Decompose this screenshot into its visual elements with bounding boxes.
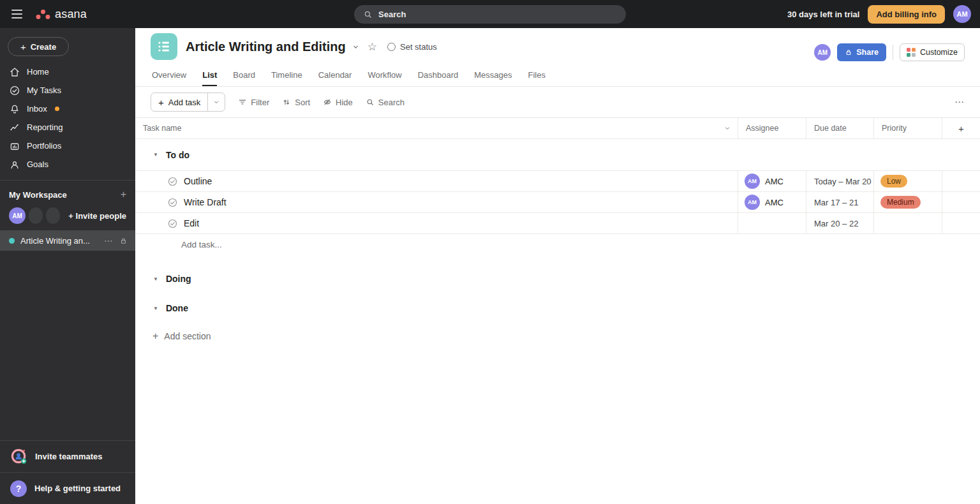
- sort-button[interactable]: Sort: [282, 98, 310, 107]
- column-due-date[interactable]: Due date: [806, 118, 873, 138]
- tab-dashboard[interactable]: Dashboard: [418, 65, 459, 86]
- plus-icon: +: [158, 97, 164, 108]
- add-task-button[interactable]: + Add task: [151, 93, 207, 111]
- column-assignee[interactable]: Assignee: [738, 118, 806, 138]
- task-row-write-draft[interactable]: Write Draft AM AMC Mar 17 – 21 Medium: [135, 192, 980, 213]
- set-status-button[interactable]: Set status: [387, 42, 437, 52]
- task-row-outline[interactable]: Outline AM AMC Today – Mar 20 Low: [135, 171, 980, 192]
- tab-board[interactable]: Board: [233, 65, 255, 86]
- collaborator-avatar[interactable]: AM: [814, 44, 831, 61]
- add-section-button[interactable]: + Add section: [135, 330, 980, 342]
- tab-overview[interactable]: Overview: [152, 65, 186, 86]
- invite-people-link[interactable]: + Invite people: [68, 211, 126, 221]
- person-icon: [9, 159, 20, 170]
- tab-messages[interactable]: Messages: [474, 65, 512, 86]
- sidebar-nav: Home My Tasks Inbox Reporting Portfolios: [0, 63, 135, 174]
- tab-files[interactable]: Files: [528, 65, 546, 86]
- collapse-chevron-icon[interactable]: [724, 124, 731, 132]
- check-circle-icon[interactable]: [167, 218, 178, 229]
- column-priority[interactable]: Priority: [873, 118, 942, 138]
- sidebar-item-label: Portfolios: [27, 141, 61, 151]
- due-date-cell[interactable]: Mar 20 – 22: [806, 213, 873, 233]
- sidebar-toggle-icon[interactable]: [11, 10, 24, 19]
- sidebar-project-article-writing[interactable]: Article Writing an... ⋯: [0, 230, 135, 251]
- sidebar-item-inbox[interactable]: Inbox: [0, 100, 135, 118]
- home-icon: [9, 66, 20, 78]
- list-search-button[interactable]: Search: [366, 98, 405, 107]
- section-collapse-icon[interactable]: ▼: [153, 152, 158, 158]
- priority-cell[interactable]: Medium: [873, 192, 942, 212]
- global-search-input[interactable]: Search: [354, 5, 626, 24]
- sidebar-item-home[interactable]: Home: [0, 63, 135, 81]
- customize-grid-icon: [907, 48, 916, 57]
- header-divider: [893, 45, 893, 60]
- sidebar-item-my-tasks[interactable]: My Tasks: [0, 81, 135, 100]
- task-name[interactable]: Outline: [184, 176, 212, 186]
- check-circle-icon[interactable]: [167, 176, 178, 187]
- invite-teammates-button[interactable]: Invite teammates: [0, 440, 135, 472]
- assignee-cell[interactable]: AM AMC: [738, 192, 806, 212]
- assignee-avatar: AM: [745, 174, 760, 189]
- workspace-header[interactable]: My Workspace +: [0, 181, 135, 203]
- sidebar-item-portfolios[interactable]: Portfolios: [0, 137, 135, 155]
- chevron-down-icon: [212, 98, 220, 106]
- tab-calendar[interactable]: Calendar: [318, 65, 352, 86]
- section-header-doing[interactable]: ▼ Doing: [135, 264, 980, 293]
- due-date-cell[interactable]: Mar 17 – 21: [806, 192, 873, 212]
- customize-button[interactable]: Customize: [900, 43, 965, 61]
- tab-workflow[interactable]: Workflow: [368, 65, 401, 86]
- member-avatar[interactable]: AM: [9, 207, 26, 224]
- assignee-cell[interactable]: AM AMC: [738, 171, 806, 191]
- tab-list[interactable]: List: [202, 65, 217, 86]
- user-avatar[interactable]: AM: [953, 5, 971, 23]
- priority-cell[interactable]: [873, 213, 942, 233]
- help-icon: ?: [10, 480, 27, 497]
- project-icon[interactable]: [151, 33, 177, 60]
- create-button[interactable]: + Create: [8, 37, 69, 56]
- table-header: Task name Assignee Due date Priority +: [135, 118, 980, 139]
- priority-cell[interactable]: Low: [873, 171, 942, 191]
- invite-teammates-label: Invite teammates: [35, 452, 103, 461]
- tab-timeline[interactable]: Timeline: [271, 65, 302, 86]
- assignee-cell[interactable]: [738, 213, 806, 233]
- add-project-icon[interactable]: +: [121, 189, 126, 200]
- member-avatar-placeholder: [29, 207, 43, 224]
- sidebar-item-label: Goals: [27, 159, 48, 169]
- project-more-icon[interactable]: ⋯: [104, 235, 114, 246]
- priority-badge: Low: [880, 175, 907, 188]
- add-column-button[interactable]: +: [942, 118, 980, 138]
- add-task-inline[interactable]: Add task...: [135, 234, 980, 255]
- sidebar-item-goals[interactable]: Goals: [0, 155, 135, 174]
- task-name[interactable]: Edit: [184, 218, 199, 228]
- filter-button[interactable]: Filter: [238, 98, 269, 107]
- topbar: asana Search 30 days left in trial Add b…: [0, 0, 980, 28]
- title-chevron-down-icon[interactable]: [352, 43, 360, 51]
- share-label: Share: [856, 48, 879, 57]
- add-task-dropdown[interactable]: [207, 93, 225, 111]
- share-button[interactable]: Share: [837, 43, 886, 61]
- lock-icon: [119, 237, 128, 245]
- help-button[interactable]: ? Help & getting started: [0, 472, 135, 504]
- sidebar-item-label: My Tasks: [27, 85, 61, 95]
- due-date-cell[interactable]: Today – Mar 20: [806, 171, 873, 191]
- sidebar-item-reporting[interactable]: Reporting: [0, 118, 135, 137]
- favorite-star-icon[interactable]: ☆: [368, 41, 377, 52]
- task-name[interactable]: Write Draft: [184, 197, 226, 207]
- column-task-name[interactable]: Task name: [143, 124, 181, 133]
- view-tabs: Overview List Board Timeline Calendar Wo…: [135, 65, 980, 87]
- task-row-edit[interactable]: Edit Mar 20 – 22: [135, 213, 980, 234]
- add-task-label: Add task: [168, 98, 201, 107]
- section-header-todo[interactable]: ▼ To do: [135, 139, 980, 171]
- section-collapse-icon[interactable]: ▼: [153, 306, 158, 311]
- hide-button[interactable]: Hide: [323, 98, 353, 107]
- toolbar-more-icon[interactable]: ⋯: [954, 96, 965, 108]
- check-circle-icon[interactable]: [167, 197, 178, 208]
- trial-countdown: 30 days left in trial: [787, 10, 859, 19]
- add-billing-info-button[interactable]: Add billing info: [868, 5, 945, 24]
- priority-badge: Medium: [880, 196, 921, 209]
- sidebar-footer: Invite teammates ? Help & getting starte…: [0, 440, 135, 504]
- asana-logo[interactable]: asana: [36, 8, 87, 21]
- sidebar-item-label: Reporting: [27, 122, 63, 132]
- section-header-done[interactable]: ▼ Done: [135, 293, 980, 323]
- section-collapse-icon[interactable]: ▼: [153, 276, 158, 282]
